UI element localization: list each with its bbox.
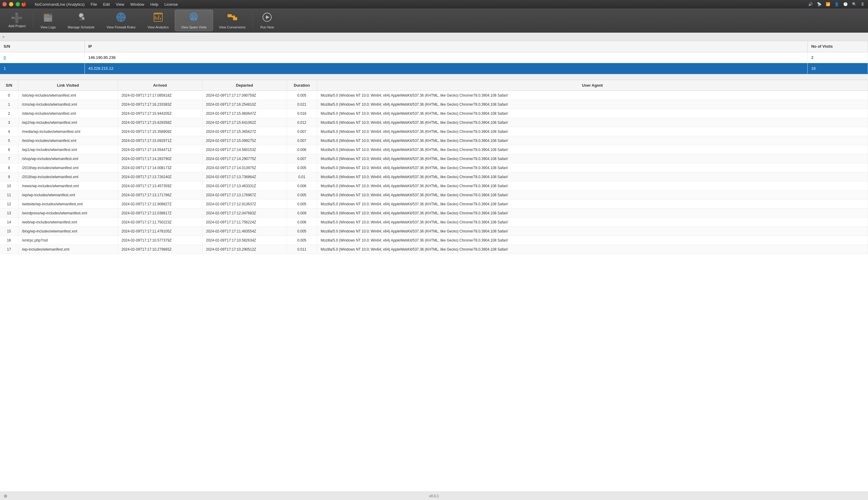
view-logs-label: View Logs	[40, 25, 56, 29]
control-icon[interactable]: 🎛	[861, 2, 864, 6]
view-logs-button[interactable]: UNFAR V7.86 View Logs	[34, 10, 62, 31]
detail-cell: 0.006	[287, 218, 317, 227]
manage-schedule-button[interactable]: Manage Schedule	[61, 10, 101, 31]
minimize-button[interactable]	[9, 2, 13, 6]
detail-table-row[interactable]: 7/shop/wp-includes/wlwmanifest.xml2024-0…	[0, 154, 868, 163]
detail-table-row[interactable]: 11/wp/wp-includes/wlwmanifest.xml2024-02…	[0, 191, 868, 200]
gear-icon[interactable]: ⚙	[4, 494, 8, 499]
detail-cell: /wp2/wp-includes/wlwmanifest.xml	[18, 118, 118, 127]
detail-table-row[interactable]: 6/wp1/wp-includes/wlwmanifest.xml2024-02…	[0, 145, 868, 154]
view-spam-button[interactable]: View Spam Visits	[175, 10, 213, 31]
detail-cell: Mozilla/5.0 (Windows NT 10.0; Win64; x64…	[317, 136, 868, 145]
svg-text:V7.86: V7.86	[44, 16, 47, 18]
view-analytics-button[interactable]: View Analytics	[141, 10, 175, 31]
detail-cell: /news/wp-includes/wlwmanifest.xml	[18, 181, 118, 191]
statusbar: ⚙ v0.0.1	[0, 491, 868, 500]
detail-cell: 15	[0, 227, 18, 236]
detail-table-row[interactable]: 16/xmlrpc.php?rsd2024-02-09T17:17:10.577…	[0, 236, 868, 245]
ip-col-sn: S/N	[0, 41, 84, 52]
ip-sn-cell: 1	[0, 63, 84, 74]
detail-cell: 2024-02-09T17:17:16.254810Z	[202, 100, 287, 109]
license-menu[interactable]: License	[161, 1, 181, 7]
view-logs-icon: UNFAR V7.86	[43, 12, 54, 24]
detail-table-row[interactable]: 2/site/wp-includes/wlwmanifest.xml2024-0…	[0, 109, 868, 118]
ip-visits-cell: 2	[808, 52, 868, 63]
close-button[interactable]	[2, 2, 7, 6]
detail-cell: Mozilla/5.0 (Windows NT 10.0; Win64; x64…	[317, 209, 868, 218]
ip-table-header: S/N IP No of Visits	[0, 41, 868, 52]
detail-cell: 9	[0, 172, 18, 181]
detail-cell: /wp1/wp-includes/wlwmanifest.xml	[18, 145, 118, 154]
detail-cell: 0.012	[287, 118, 317, 127]
detail-cell: 2024-02-09T17:17:15.960647Z	[202, 109, 287, 118]
view-conversions-button[interactable]: View Conversions	[213, 10, 252, 31]
detail-cell: 12	[0, 200, 18, 209]
detail-table: S/N Link Visited Arrived Departed Durati…	[0, 80, 868, 254]
detail-cell: 0.007	[287, 127, 317, 136]
detail-table-scroll[interactable]: S/N Link Visited Arrived Departed Durati…	[0, 80, 868, 254]
detail-table-row[interactable]: 17/wp-includes/wlwmanifest.xml2024-02-09…	[0, 245, 868, 254]
add-project-label: Add Project	[9, 24, 26, 28]
detail-cell: /2019/wp-includes/wlwmanifest.xml	[18, 163, 118, 172]
detail-cell: 0.016	[287, 109, 317, 118]
detail-table-row[interactable]: 5/test/wp-includes/wlwmanifest.xml2024-0…	[0, 136, 868, 145]
detail-cell: 2024-02-09T17:17:10.577379Z	[118, 236, 202, 245]
detail-cell: 2024-02-09T17:17:11.483554Z	[202, 227, 287, 236]
file-menu[interactable]: File	[88, 1, 100, 7]
detail-cell: 2024-02-09T17:17:10.290512Z	[202, 245, 287, 254]
detail-table-row[interactable]: 10/news/wp-includes/wlwmanifest.xml2024-…	[0, 181, 868, 191]
detail-cell: /web/wp-includes/wlwmanifest.xml	[18, 218, 118, 227]
detail-table-row[interactable]: 9/2018/wp-includes/wlwmanifest.xml2024-0…	[0, 172, 868, 181]
detail-cell: 0.011	[287, 245, 317, 254]
svg-rect-4	[45, 18, 51, 19]
window-menu[interactable]: Window	[127, 1, 147, 7]
detail-table-row[interactable]: 14/web/wp-includes/wlwmanifest.xml2024-0…	[0, 218, 868, 227]
view-conversions-icon	[227, 12, 238, 24]
detail-cell: 16	[0, 236, 18, 245]
svg-rect-5	[45, 19, 51, 20]
detail-cell: 0.005	[287, 163, 317, 172]
search-icon[interactable]: 🔍	[852, 2, 857, 6]
app-menu[interactable]: NoCommandLine (Analytics)	[32, 1, 88, 7]
detail-cell: 0	[0, 91, 18, 100]
detail-cell: Mozilla/5.0 (Windows NT 10.0; Win64; x64…	[317, 191, 868, 200]
detail-cell: 6	[0, 145, 18, 154]
svg-rect-31	[228, 14, 232, 17]
run-now-label: Run Now	[260, 25, 274, 29]
detail-cell: 2024-02-09T17:17:13.736864Z	[202, 172, 287, 181]
detail-table-row[interactable]: 1/cms/wp-includes/wlwmanifest.xml2024-02…	[0, 100, 868, 109]
run-now-button[interactable]: Run Now	[254, 10, 280, 31]
detail-cell: 2024-02-09T17:17:14.290775Z	[202, 154, 287, 163]
ip-table-row[interactable]: 143.228.215.1218	[0, 63, 868, 74]
view-menu[interactable]: View	[113, 1, 127, 7]
detail-table-row[interactable]: 4/media/wp-includes/wlwmanifest.xml2024-…	[0, 127, 868, 136]
add-project-button[interactable]: ➕ Add Project	[2, 11, 32, 30]
view-firewall-button[interactable]: View Firewall Rules	[101, 10, 141, 31]
version-label: v0.0.1	[429, 494, 439, 498]
view-analytics-label: View Analytics	[148, 25, 169, 29]
detail-table-row[interactable]: 15/blog/wp-includes/wlwmanifest.xml2024-…	[0, 227, 868, 236]
detail-cell: 2024-02-09T17:17:10.582634Z	[202, 236, 287, 245]
detail-table-row[interactable]: 3/wp2/wp-includes/wlwmanifest.xml2024-02…	[0, 118, 868, 127]
apple-menu[interactable]: 🍎	[18, 1, 29, 7]
detail-cell: Mozilla/5.0 (Windows NT 10.0; Win64; x64…	[317, 118, 868, 127]
detail-table-row[interactable]: 8/2019/wp-includes/wlwmanifest.xml2024-0…	[0, 163, 868, 172]
detail-cell: /shop/wp-includes/wlwmanifest.xml	[18, 154, 118, 163]
breadcrumb-expand-icon[interactable]: »	[2, 35, 4, 39]
detail-table-row[interactable]: 12/website/wp-includes/wlwmanifest.xml20…	[0, 200, 868, 209]
detail-cell: 2024-02-09T17:17:15.629358Z	[118, 118, 202, 127]
detail-table-row[interactable]: 0/sito/wp-includes/wlwmanifest.xml2024-0…	[0, 91, 868, 100]
toolbar-sep-2	[253, 13, 253, 28]
ip-table-row[interactable]: 0146.190.85.2362	[0, 52, 868, 63]
detail-col-ua: User Agent	[317, 80, 868, 91]
detail-cell: 2024-02-09T17:17:15.358909Z	[118, 127, 202, 136]
detail-col-link: Link Visited	[18, 80, 118, 91]
detail-cell: 2024-02-09T17:17:13.176967Z	[202, 191, 287, 200]
help-menu[interactable]: Help	[147, 1, 161, 7]
edit-menu[interactable]: Edit	[100, 1, 113, 7]
add-project-icon: ➕	[11, 13, 23, 23]
detail-cell: 2024-02-09T17:17:12.908827Z	[118, 200, 202, 209]
detail-table-row[interactable]: 13/wordpress/wp-includes/wlwmanifest.xml…	[0, 209, 868, 218]
detail-cell: /wordpress/wp-includes/wlwmanifest.xml	[18, 209, 118, 218]
manage-schedule-icon	[76, 12, 86, 24]
